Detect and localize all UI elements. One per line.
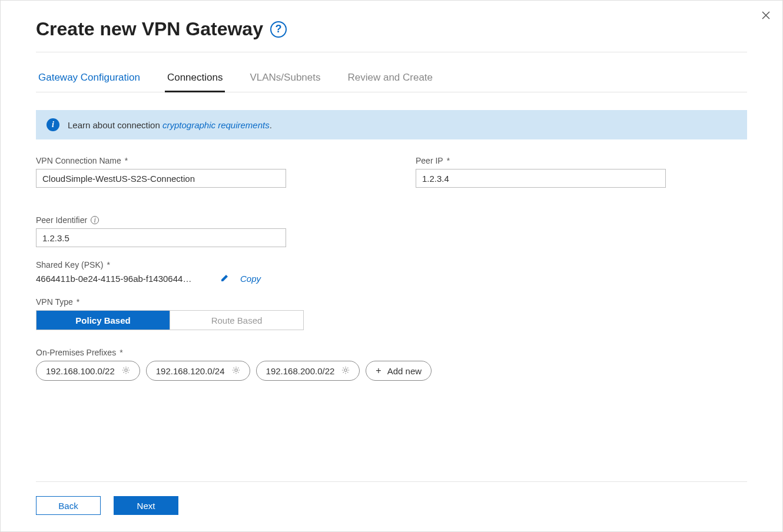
label-text: VPN Connection Name bbox=[36, 156, 121, 165]
required-mark: * bbox=[107, 260, 110, 270]
page-title: Create new VPN Gateway ? bbox=[36, 18, 747, 52]
edit-icon[interactable] bbox=[220, 273, 230, 284]
next-button[interactable]: Next bbox=[114, 496, 178, 515]
banner-text-after: . bbox=[270, 120, 272, 130]
prefixes-row: 192.168.100.0/22 192.168.120.0/24 192.16… bbox=[36, 361, 747, 381]
required-mark: * bbox=[120, 348, 122, 357]
back-button[interactable]: Back bbox=[36, 496, 101, 515]
on-prem-prefixes-label: On-Premises Prefixes * bbox=[36, 348, 747, 357]
vpn-type-policy-based[interactable]: Policy Based bbox=[37, 311, 170, 330]
vpn-type-toggle: Policy Based Route Based bbox=[36, 310, 304, 330]
plus-icon: + bbox=[376, 365, 381, 376]
shared-key-label: Shared Key (PSK) * bbox=[36, 260, 747, 270]
peer-identifier-input[interactable] bbox=[36, 228, 286, 247]
gear-icon[interactable] bbox=[341, 366, 350, 376]
info-banner: i Learn about connection cryptographic r… bbox=[36, 110, 747, 139]
tab-gateway-configuration[interactable]: Gateway Configuration bbox=[36, 67, 142, 92]
banner-text-before: Learn about connection bbox=[68, 120, 162, 130]
prefix-value: 192.168.120.0/24 bbox=[156, 366, 225, 376]
add-label: Add new bbox=[387, 366, 422, 376]
prefix-pill[interactable]: 192.168.100.0/22 bbox=[36, 361, 140, 381]
required-mark: * bbox=[125, 156, 128, 165]
required-mark: * bbox=[77, 297, 79, 307]
vpn-connection-name-label: VPN Connection Name * bbox=[36, 156, 286, 165]
gear-icon[interactable] bbox=[122, 366, 130, 376]
vpn-connection-name-input[interactable] bbox=[36, 169, 286, 188]
tab-connections[interactable]: Connections bbox=[165, 67, 225, 92]
add-prefix-button[interactable]: + Add new bbox=[366, 361, 432, 381]
page-title-text: Create new VPN Gateway bbox=[36, 18, 263, 40]
vpn-type-route-based[interactable]: Route Based bbox=[170, 311, 303, 330]
tab-review-create[interactable]: Review and Create bbox=[345, 67, 435, 92]
vpn-type-label: VPN Type * bbox=[36, 297, 747, 307]
footer: Back Next bbox=[36, 481, 747, 515]
shared-key-value: 4664411b-0e24-4115-96ab-f1430644… bbox=[36, 274, 210, 284]
peer-ip-input[interactable] bbox=[416, 169, 666, 188]
banner-link[interactable]: cryptographic requirements bbox=[162, 120, 270, 130]
banner-text: Learn about connection cryptographic req… bbox=[68, 120, 272, 130]
prefix-value: 192.168.200.0/22 bbox=[266, 366, 335, 376]
prefix-pill[interactable]: 192.168.120.0/24 bbox=[146, 361, 250, 381]
tabs: Gateway Configuration Connections VLANs/… bbox=[36, 67, 747, 92]
svg-point-0 bbox=[125, 368, 127, 371]
label-text: Peer IP bbox=[416, 156, 443, 165]
label-text: Peer Identifier bbox=[36, 215, 87, 225]
help-icon[interactable]: ? bbox=[270, 21, 287, 38]
peer-identifier-label: Peer Identifier i bbox=[36, 215, 747, 225]
required-mark: * bbox=[447, 156, 450, 165]
tab-vlans-subnets[interactable]: VLANs/Subnets bbox=[247, 67, 323, 92]
svg-point-1 bbox=[234, 368, 237, 371]
peer-ip-label: Peer IP * bbox=[416, 156, 666, 165]
gear-icon[interactable] bbox=[232, 366, 240, 376]
prefix-pill[interactable]: 192.168.200.0/22 bbox=[256, 361, 360, 381]
label-text: Shared Key (PSK) bbox=[36, 260, 103, 270]
prefix-value: 192.168.100.0/22 bbox=[46, 366, 115, 376]
info-icon: i bbox=[47, 118, 59, 131]
svg-point-2 bbox=[344, 368, 347, 371]
label-text: VPN Type bbox=[36, 297, 73, 307]
info-small-icon[interactable]: i bbox=[91, 216, 99, 224]
copy-link[interactable]: Copy bbox=[240, 274, 261, 284]
label-text: On-Premises Prefixes bbox=[36, 348, 116, 357]
